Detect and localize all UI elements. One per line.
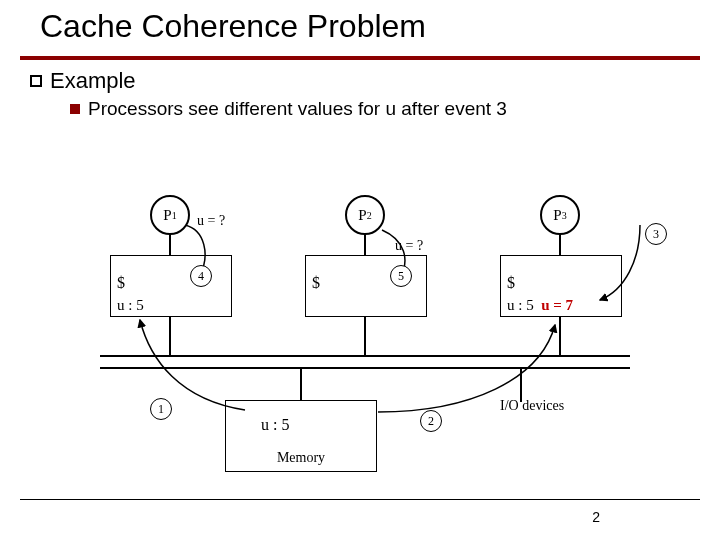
event-2-marker: 2 bbox=[420, 410, 442, 432]
processor-p3: P3 bbox=[540, 195, 580, 235]
event-1-marker: 1 bbox=[150, 398, 172, 420]
event-5-marker: 5 bbox=[390, 265, 412, 287]
query-p2: u = ? bbox=[395, 238, 423, 254]
event-4-marker: 4 bbox=[190, 265, 212, 287]
query-p1: u = ? bbox=[197, 213, 225, 229]
processor-p1: P1 bbox=[150, 195, 190, 235]
diagram: P1 P2 P3 $ u : 5 $ $ u : 5 u = 7 bbox=[0, 0, 720, 540]
processor-p2: P2 bbox=[345, 195, 385, 235]
event-3-marker: 3 bbox=[645, 223, 667, 245]
